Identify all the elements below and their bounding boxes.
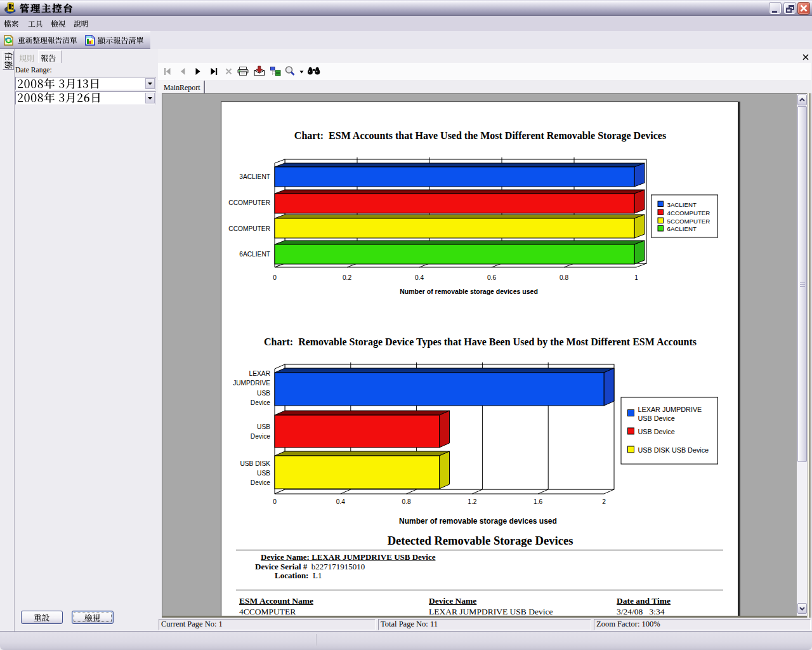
svg-text:CCOMPUTER: CCOMPUTER [228, 225, 270, 232]
svg-text:JUMPDRIVE: JUMPDRIVE [233, 380, 270, 387]
svg-text:USB Device: USB Device [638, 428, 675, 435]
svg-text:0.6: 0.6 [487, 274, 496, 281]
svg-text:USB DISK: USB DISK [240, 460, 270, 467]
svg-text:0.2: 0.2 [343, 274, 351, 281]
svg-text:Device: Device [251, 433, 270, 440]
svg-text:1.2: 1.2 [468, 498, 476, 505]
svg-text:CCOMPUTER: CCOMPUTER [228, 199, 270, 206]
svg-text:LEXAR JUMPDRIVE: LEXAR JUMPDRIVE [638, 406, 702, 413]
svg-text:2: 2 [602, 498, 606, 505]
svg-text:0: 0 [273, 274, 277, 281]
svg-text:0.4: 0.4 [336, 498, 345, 505]
svg-text:USB: USB [257, 470, 270, 477]
svg-text:5CCOMPUTER: 5CCOMPUTER [667, 218, 710, 225]
svg-text:0: 0 [273, 498, 277, 505]
svg-text:Number of removable storage de: Number of removable storage devices used [399, 517, 557, 526]
svg-text:0.4: 0.4 [415, 274, 424, 281]
svg-text:1: 1 [634, 274, 638, 281]
svg-text:LEXAR: LEXAR [249, 370, 270, 377]
svg-text:USB: USB [257, 390, 270, 397]
svg-text:3ACLIENT: 3ACLIENT [667, 201, 697, 208]
svg-text:0.8: 0.8 [402, 498, 411, 505]
svg-text:USB DISK USB Device: USB DISK USB Device [638, 446, 709, 454]
svg-text:Device: Device [251, 479, 270, 486]
svg-text:6ACLIENT: 6ACLIENT [239, 251, 270, 258]
svg-text:6ACLIENT: 6ACLIENT [667, 225, 697, 232]
svg-text:USB Device: USB Device [638, 415, 675, 422]
svg-text:3ACLIENT: 3ACLIENT [239, 173, 270, 180]
svg-text:Device: Device [251, 399, 270, 406]
svg-text:0.8: 0.8 [560, 274, 568, 281]
svg-text:1.6: 1.6 [534, 498, 542, 505]
svg-text:USB: USB [257, 423, 270, 430]
svg-text:Number of removable storage de: Number of removable storage devices used [400, 288, 538, 295]
svg-text:4CCOMPUTER: 4CCOMPUTER [667, 209, 710, 216]
